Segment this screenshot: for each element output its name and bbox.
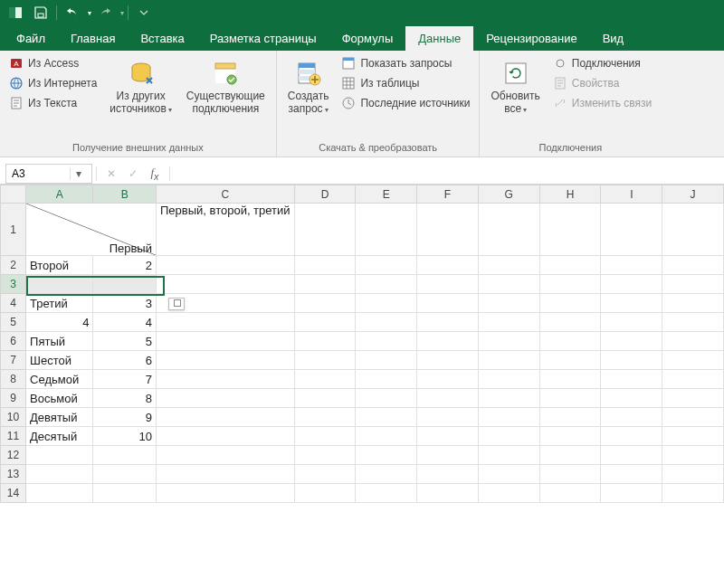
cell-G7[interactable] [478,351,539,370]
cell-G13[interactable] [478,465,539,484]
cell-H2[interactable] [539,256,601,275]
tab-insert[interactable]: Вставка [128,26,196,51]
cell-I8[interactable] [601,370,662,389]
cell-F6[interactable] [417,332,479,351]
cell-F7[interactable] [417,351,479,370]
cell-E1[interactable] [356,204,417,256]
cell-G6[interactable] [478,332,539,351]
cell-E6[interactable] [356,332,417,351]
cell-H10[interactable] [539,408,601,427]
cell-E3[interactable] [356,275,417,294]
col-header-G[interactable]: G [478,185,539,204]
cell-F13[interactable] [417,465,479,484]
cell-J14[interactable] [662,484,724,503]
row-header-9[interactable]: 9 [1,389,26,408]
cell-H11[interactable] [539,427,601,446]
cell-D11[interactable] [294,427,356,446]
row-header-10[interactable]: 10 [1,408,26,427]
cell-A6[interactable]: Пятый [26,332,93,351]
cell-G5[interactable] [478,313,539,332]
cell-F9[interactable] [417,389,479,408]
cell-I3[interactable] [601,275,662,294]
cell-I4[interactable] [601,294,662,313]
cell-G14[interactable] [478,484,539,503]
col-header-E[interactable]: E [356,185,417,204]
cell-A12[interactable] [26,446,93,465]
cell-D4[interactable] [294,294,356,313]
row-header-1[interactable]: 1 [1,204,26,256]
cell-F4[interactable] [417,294,479,313]
row-header-14[interactable]: 14 [1,484,26,503]
qat-customize-icon[interactable] [132,2,156,24]
cell-D6[interactable] [294,332,356,351]
cell-J8[interactable] [662,370,724,389]
cell-C6[interactable] [156,332,294,351]
cell-C10[interactable] [156,408,294,427]
row-header-5[interactable]: 5 [1,313,26,332]
cell-D12[interactable] [294,446,356,465]
cell-J6[interactable] [662,332,724,351]
cell-G9[interactable] [478,389,539,408]
cell-A3[interactable] [26,275,93,294]
cell-A10[interactable]: Девятый [26,408,93,427]
cell-J2[interactable] [662,256,724,275]
cell-G2[interactable] [478,256,539,275]
row-header-2[interactable]: 2 [1,256,26,275]
row-header-11[interactable]: 11 [1,427,26,446]
cell-A9[interactable]: Восьмой [26,389,93,408]
cell-I6[interactable] [601,332,662,351]
cell-A8[interactable]: Седьмой [26,370,93,389]
cell-H6[interactable] [539,332,601,351]
cell-C5[interactable] [156,313,294,332]
cell-I12[interactable] [601,446,662,465]
cell-B7[interactable]: 6 [93,351,157,370]
tab-home[interactable]: Главная [58,26,128,51]
cell-E7[interactable] [356,351,417,370]
row-header-7[interactable]: 7 [1,351,26,370]
cell-G12[interactable] [478,446,539,465]
cell-D14[interactable] [294,484,356,503]
undo-dropdown-icon[interactable]: ▾ [88,9,91,17]
existing-connections-button[interactable]: Существующие подключения [181,54,271,119]
col-header-B[interactable]: B [93,185,157,204]
redo-dropdown-icon[interactable]: ▾ [120,9,124,17]
col-header-A[interactable]: A [26,185,93,204]
cell-D8[interactable] [294,370,356,389]
cell-E4[interactable] [356,294,417,313]
cell-F11[interactable] [417,427,479,446]
cell-G4[interactable] [478,294,539,313]
recent-sources-button[interactable]: Последние источники [338,94,473,112]
enter-formula-icon[interactable]: ✓ [122,164,144,184]
cell-I14[interactable] [601,484,662,503]
from-text-button[interactable]: Из Текста [5,94,100,112]
cell-I9[interactable] [601,389,662,408]
col-header-D[interactable]: D [294,185,356,204]
cell-A7[interactable]: Шестой [26,351,93,370]
tab-data[interactable]: Данные [405,26,473,51]
formula-input[interactable] [174,165,724,183]
cell-E9[interactable] [356,389,417,408]
fx-icon[interactable]: fx [144,164,166,184]
cell-J3[interactable] [662,275,724,294]
cell-A13[interactable] [26,465,93,484]
cell-E11[interactable] [356,427,417,446]
cell-B14[interactable] [93,484,157,503]
cell-H5[interactable] [539,313,601,332]
cell-H13[interactable] [539,465,601,484]
cell-G3[interactable] [478,275,539,294]
from-web-button[interactable]: Из Интернета [5,74,100,92]
cell-A14[interactable] [26,484,93,503]
row-header-6[interactable]: 6 [1,332,26,351]
cell-E2[interactable] [356,256,417,275]
cell-E14[interactable] [356,484,417,503]
excel-app-icon[interactable] [4,2,27,24]
cell-F10[interactable] [417,408,479,427]
cell-J13[interactable] [662,465,724,484]
cell-C11[interactable] [156,427,294,446]
cell-I5[interactable] [601,313,662,332]
cell-F8[interactable] [417,370,479,389]
cell-E5[interactable] [356,313,417,332]
cell-D2[interactable] [294,256,356,275]
cell-F12[interactable] [417,446,479,465]
cell-H7[interactable] [539,351,601,370]
